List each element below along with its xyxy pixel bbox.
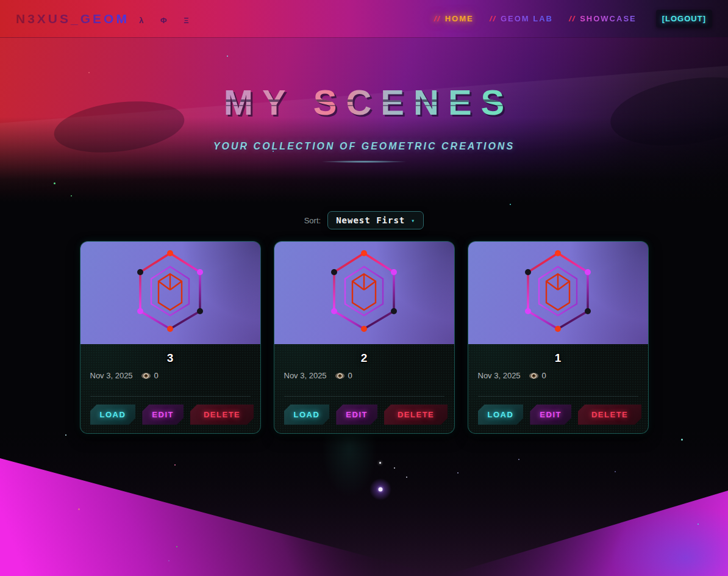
star	[518, 459, 519, 460]
scene-meta: Nov 3, 2025 0	[80, 371, 260, 380]
views-eye-icon	[335, 373, 344, 379]
views-count: 0	[154, 371, 159, 380]
star	[174, 464, 176, 466]
chevron-down-icon: ▾	[411, 217, 415, 224]
app-logo: N3XUS_GEOM	[16, 12, 129, 26]
star	[615, 471, 616, 472]
scene-card-grid: 3 Nov 3, 2025 0 LOAD EDIT DELETE	[0, 241, 728, 434]
sort-row: Sort: Newest First ▾	[0, 211, 728, 229]
scene-title: 2	[274, 344, 454, 365]
nav-slash: //	[569, 14, 576, 23]
hexagon-graphic	[497, 247, 619, 339]
scene-card: 2 Nov 3, 2025 0 LOAD EDIT DELETE	[274, 241, 455, 434]
card-divider	[284, 396, 444, 397]
star	[698, 524, 699, 525]
edit-button[interactable]: EDIT	[530, 405, 571, 425]
scene-card-body: 2 Nov 3, 2025 0 LOAD EDIT DELETE	[274, 344, 454, 434]
delete-button[interactable]: DELETE	[384, 405, 448, 425]
nav-slash: //	[490, 14, 496, 23]
brand[interactable]: N3XUS_GEOM λ Φ Ξ	[16, 12, 196, 26]
scene-meta: Nov 3, 2025 0	[468, 371, 648, 380]
views-count: 0	[348, 371, 352, 380]
star	[457, 472, 459, 473]
nav-label: SHOWCASE	[580, 14, 637, 23]
scene-preview	[274, 242, 454, 344]
views-eye-icon	[141, 373, 151, 379]
scene-date: Nov 3, 2025	[90, 371, 133, 380]
card-divider	[90, 396, 251, 397]
delete-button[interactable]: DELETE	[578, 405, 641, 425]
nav-label: GEOM LAB	[501, 14, 553, 23]
load-button[interactable]: LOAD	[90, 405, 136, 425]
scene-date: Nov 3, 2025	[478, 371, 521, 380]
sort-label: Sort:	[304, 216, 321, 225]
scene-card-body: 1 Nov 3, 2025 0 LOAD EDIT DELETE	[468, 344, 648, 434]
page-title: MY SCENES	[215, 82, 514, 123]
logo-glyphs-icon: λ Φ Ξ	[139, 16, 196, 25]
hexagon-graphic	[109, 247, 231, 339]
delete-button[interactable]: DELETE	[190, 405, 254, 425]
star	[394, 467, 395, 469]
nav-slash: //	[434, 14, 440, 23]
hexagon-graphic	[303, 247, 425, 339]
views-eye-icon	[529, 373, 538, 379]
title-divider	[321, 160, 407, 163]
scene-card: 1 Nov 3, 2025 0 LOAD EDIT DELETE	[468, 241, 649, 434]
card-divider	[478, 396, 638, 397]
load-button[interactable]: LOAD	[478, 405, 524, 425]
star	[65, 434, 66, 436]
scene-preview	[80, 242, 260, 344]
nav-item-home[interactable]: //HOME	[434, 14, 473, 23]
top-nav-bar: N3XUS_GEOM λ Φ Ξ //HOME //GEOM LAB //SHO…	[0, 0, 728, 38]
edit-button[interactable]: EDIT	[142, 405, 184, 425]
star	[176, 546, 177, 547]
page-subtitle: YOUR COLLECTION OF GEOMETRIC CREATIONS	[0, 141, 728, 152]
star	[78, 508, 80, 510]
hero-section: MY SCENES YOUR COLLECTION OF GEOMETRIC C…	[0, 38, 728, 203]
edit-button[interactable]: EDIT	[336, 405, 377, 425]
scenes-main: Sort: Newest First ▾	[0, 211, 728, 434]
logout-button[interactable]: [LOGOUT]	[656, 10, 712, 27]
scene-date: Nov 3, 2025	[284, 371, 327, 380]
star	[406, 477, 407, 478]
views-count: 0	[542, 371, 546, 380]
star	[379, 462, 381, 464]
scene-meta: Nov 3, 2025 0	[274, 371, 454, 380]
page: N3XUS_GEOM λ Φ Ξ //HOME //GEOM LAB //SHO…	[0, 0, 728, 576]
scene-preview	[468, 242, 648, 344]
star	[681, 439, 683, 441]
star	[168, 560, 170, 561]
scene-actions: LOAD EDIT DELETE	[80, 405, 260, 425]
synthwave-mountains	[0, 423, 728, 576]
scene-actions: LOAD EDIT DELETE	[274, 405, 454, 425]
nav-item-showcase[interactable]: //SHOWCASE	[569, 14, 637, 23]
nav-item-geom-lab[interactable]: //GEOM LAB	[490, 14, 553, 23]
sort-dropdown[interactable]: Newest First ▾	[327, 211, 424, 229]
scene-card-body: 3 Nov 3, 2025 0 LOAD EDIT DELETE	[80, 344, 260, 434]
scene-title: 1	[468, 344, 648, 365]
main-nav: //HOME //GEOM LAB //SHOWCASE [LOGOUT]	[434, 10, 712, 27]
nav-label: HOME	[445, 14, 474, 23]
scene-title: 3	[80, 344, 260, 365]
load-button[interactable]: LOAD	[284, 405, 330, 425]
scene-actions: LOAD EDIT DELETE	[468, 405, 648, 425]
star	[510, 204, 511, 205]
sort-selected-value: Newest First	[336, 215, 405, 225]
scene-card: 3 Nov 3, 2025 0 LOAD EDIT DELETE	[80, 241, 261, 434]
